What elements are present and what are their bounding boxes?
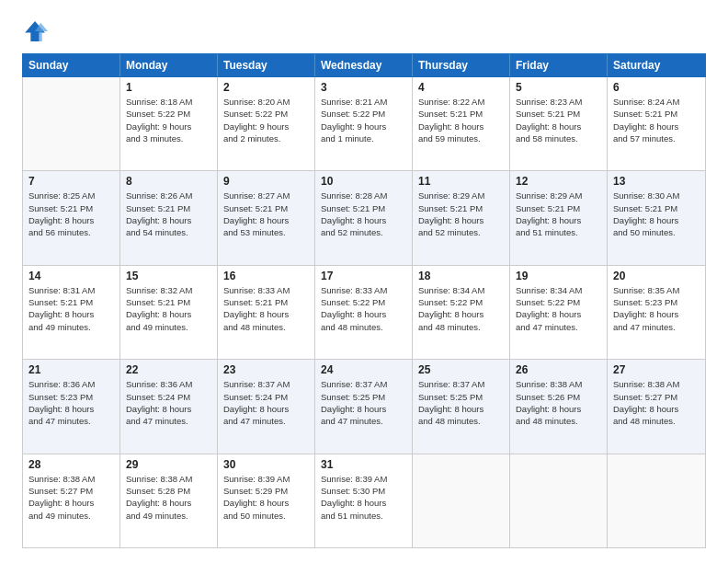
header-day-saturday: Saturday (608, 54, 705, 76)
cell-info: Sunrise: 8:39 AM Sunset: 5:29 PM Dayligh… (223, 473, 309, 522)
calendar-cell-r0-c1: 1Sunrise: 8:18 AM Sunset: 5:22 PM Daylig… (120, 77, 218, 170)
calendar-cell-r2-c1: 15Sunrise: 8:32 AM Sunset: 5:21 PM Dayli… (120, 266, 218, 359)
day-number: 2 (223, 81, 309, 94)
header-day-wednesday: Wednesday (315, 54, 413, 76)
calendar-cell-r3-c3: 24Sunrise: 8:37 AM Sunset: 5:25 PM Dayli… (315, 360, 413, 453)
cell-info: Sunrise: 8:35 AM Sunset: 5:23 PM Dayligh… (613, 284, 700, 333)
day-number: 26 (516, 363, 601, 376)
day-number: 25 (418, 363, 504, 376)
header-day-thursday: Thursday (413, 54, 510, 76)
day-number: 27 (613, 363, 700, 376)
cell-info: Sunrise: 8:29 AM Sunset: 5:21 PM Dayligh… (516, 190, 601, 238)
cell-info: Sunrise: 8:33 AM Sunset: 5:21 PM Dayligh… (223, 284, 309, 333)
calendar-cell-r2-c4: 18Sunrise: 8:34 AM Sunset: 5:22 PM Dayli… (413, 266, 510, 359)
cell-info: Sunrise: 8:30 AM Sunset: 5:21 PM Dayligh… (613, 190, 700, 238)
calendar-cell-r1-c3: 10Sunrise: 8:28 AM Sunset: 5:21 PM Dayli… (315, 171, 413, 264)
calendar-row-0: 1Sunrise: 8:18 AM Sunset: 5:22 PM Daylig… (23, 77, 705, 171)
calendar-cell-r3-c1: 22Sunrise: 8:36 AM Sunset: 5:24 PM Dayli… (120, 360, 218, 453)
calendar-cell-r2-c5: 19Sunrise: 8:34 AM Sunset: 5:22 PM Dayli… (510, 266, 608, 359)
header-day-friday: Friday (510, 54, 608, 76)
cell-info: Sunrise: 8:38 AM Sunset: 5:28 PM Dayligh… (126, 473, 211, 522)
day-number: 17 (321, 270, 406, 282)
cell-info: Sunrise: 8:37 AM Sunset: 5:25 PM Dayligh… (321, 378, 406, 427)
cell-info: Sunrise: 8:18 AM Sunset: 5:22 PM Dayligh… (126, 96, 211, 144)
cell-info: Sunrise: 8:24 AM Sunset: 5:21 PM Dayligh… (613, 96, 700, 144)
calendar-header: SundayMondayTuesdayWednesdayThursdayFrid… (22, 53, 706, 77)
day-number: 21 (28, 363, 114, 376)
calendar-cell-r0-c0 (23, 77, 120, 170)
calendar-cell-r1-c4: 11Sunrise: 8:29 AM Sunset: 5:21 PM Dayli… (413, 171, 510, 264)
day-number: 10 (321, 175, 406, 188)
calendar-row-4: 28Sunrise: 8:38 AM Sunset: 5:27 PM Dayli… (23, 454, 705, 547)
day-number: 12 (516, 175, 601, 188)
day-number: 13 (613, 175, 700, 188)
calendar-row-3: 21Sunrise: 8:36 AM Sunset: 5:23 PM Dayli… (23, 360, 705, 454)
calendar-cell-r4-c4 (413, 454, 510, 547)
cell-info: Sunrise: 8:28 AM Sunset: 5:21 PM Dayligh… (321, 190, 406, 238)
cell-info: Sunrise: 8:27 AM Sunset: 5:21 PM Dayligh… (223, 190, 309, 238)
day-number: 9 (223, 175, 309, 188)
calendar-cell-r3-c0: 21Sunrise: 8:36 AM Sunset: 5:23 PM Dayli… (23, 360, 120, 453)
day-number: 7 (28, 175, 114, 188)
header (22, 18, 706, 44)
header-day-tuesday: Tuesday (218, 54, 315, 76)
cell-info: Sunrise: 8:37 AM Sunset: 5:25 PM Dayligh… (418, 378, 504, 427)
day-number: 28 (28, 458, 114, 471)
calendar-cell-r4-c2: 30Sunrise: 8:39 AM Sunset: 5:29 PM Dayli… (218, 454, 315, 547)
cell-info: Sunrise: 8:32 AM Sunset: 5:21 PM Dayligh… (126, 284, 211, 333)
day-number: 6 (613, 81, 700, 94)
calendar-cell-r2-c6: 20Sunrise: 8:35 AM Sunset: 5:23 PM Dayli… (608, 266, 705, 359)
calendar-cell-r2-c0: 14Sunrise: 8:31 AM Sunset: 5:21 PM Dayli… (23, 266, 120, 359)
calendar-body: 1Sunrise: 8:18 AM Sunset: 5:22 PM Daylig… (22, 77, 706, 548)
header-day-sunday: Sunday (23, 54, 120, 76)
day-number: 8 (126, 175, 211, 188)
cell-info: Sunrise: 8:23 AM Sunset: 5:21 PM Dayligh… (516, 96, 601, 144)
calendar-cell-r2-c2: 16Sunrise: 8:33 AM Sunset: 5:21 PM Dayli… (218, 266, 315, 359)
logo (22, 18, 51, 44)
calendar-row-1: 7Sunrise: 8:25 AM Sunset: 5:21 PM Daylig… (23, 171, 705, 265)
day-number: 31 (321, 458, 406, 471)
cell-info: Sunrise: 8:34 AM Sunset: 5:22 PM Dayligh… (418, 284, 504, 333)
cell-info: Sunrise: 8:36 AM Sunset: 5:23 PM Dayligh… (28, 378, 114, 427)
calendar-cell-r1-c1: 8Sunrise: 8:26 AM Sunset: 5:21 PM Daylig… (120, 171, 218, 264)
cell-info: Sunrise: 8:33 AM Sunset: 5:22 PM Dayligh… (321, 284, 406, 333)
day-number: 14 (28, 270, 114, 282)
day-number: 29 (126, 458, 211, 471)
day-number: 22 (126, 363, 211, 376)
calendar-cell-r3-c4: 25Sunrise: 8:37 AM Sunset: 5:25 PM Dayli… (413, 360, 510, 453)
calendar-cell-r4-c6 (608, 454, 705, 547)
calendar-cell-r4-c1: 29Sunrise: 8:38 AM Sunset: 5:28 PM Dayli… (120, 454, 218, 547)
cell-info: Sunrise: 8:31 AM Sunset: 5:21 PM Dayligh… (28, 284, 114, 333)
calendar-cell-r4-c5 (510, 454, 608, 547)
page: SundayMondayTuesdayWednesdayThursdayFrid… (0, 0, 728, 563)
cell-info: Sunrise: 8:25 AM Sunset: 5:21 PM Dayligh… (28, 190, 114, 238)
calendar-cell-r0-c6: 6Sunrise: 8:24 AM Sunset: 5:21 PM Daylig… (608, 77, 705, 170)
day-number: 18 (418, 270, 504, 282)
calendar-cell-r1-c0: 7Sunrise: 8:25 AM Sunset: 5:21 PM Daylig… (23, 171, 120, 264)
day-number: 4 (418, 81, 504, 94)
cell-info: Sunrise: 8:20 AM Sunset: 5:22 PM Dayligh… (223, 96, 309, 144)
day-number: 5 (516, 81, 601, 94)
cell-info: Sunrise: 8:34 AM Sunset: 5:22 PM Dayligh… (516, 284, 601, 333)
cell-info: Sunrise: 8:22 AM Sunset: 5:21 PM Dayligh… (418, 96, 504, 144)
day-number: 15 (126, 270, 211, 282)
cell-info: Sunrise: 8:39 AM Sunset: 5:30 PM Dayligh… (321, 473, 406, 522)
calendar-cell-r0-c2: 2Sunrise: 8:20 AM Sunset: 5:22 PM Daylig… (218, 77, 315, 170)
calendar-cell-r1-c5: 12Sunrise: 8:29 AM Sunset: 5:21 PM Dayli… (510, 171, 608, 264)
calendar-cell-r4-c3: 31Sunrise: 8:39 AM Sunset: 5:30 PM Dayli… (315, 454, 413, 547)
day-number: 20 (613, 270, 700, 282)
day-number: 23 (223, 363, 309, 376)
cell-info: Sunrise: 8:38 AM Sunset: 5:27 PM Dayligh… (613, 378, 700, 427)
calendar: SundayMondayTuesdayWednesdayThursdayFrid… (22, 53, 706, 548)
calendar-cell-r1-c2: 9Sunrise: 8:27 AM Sunset: 5:21 PM Daylig… (218, 171, 315, 264)
calendar-row-2: 14Sunrise: 8:31 AM Sunset: 5:21 PM Dayli… (23, 266, 705, 360)
day-number: 1 (126, 81, 211, 94)
day-number: 30 (223, 458, 309, 471)
cell-info: Sunrise: 8:36 AM Sunset: 5:24 PM Dayligh… (126, 378, 211, 427)
cell-info: Sunrise: 8:21 AM Sunset: 5:22 PM Dayligh… (321, 96, 406, 144)
cell-info: Sunrise: 8:38 AM Sunset: 5:27 PM Dayligh… (28, 473, 114, 522)
calendar-cell-r0-c5: 5Sunrise: 8:23 AM Sunset: 5:21 PM Daylig… (510, 77, 608, 170)
logo-icon (22, 18, 48, 44)
day-number: 3 (321, 81, 406, 94)
calendar-cell-r3-c2: 23Sunrise: 8:37 AM Sunset: 5:24 PM Dayli… (218, 360, 315, 453)
